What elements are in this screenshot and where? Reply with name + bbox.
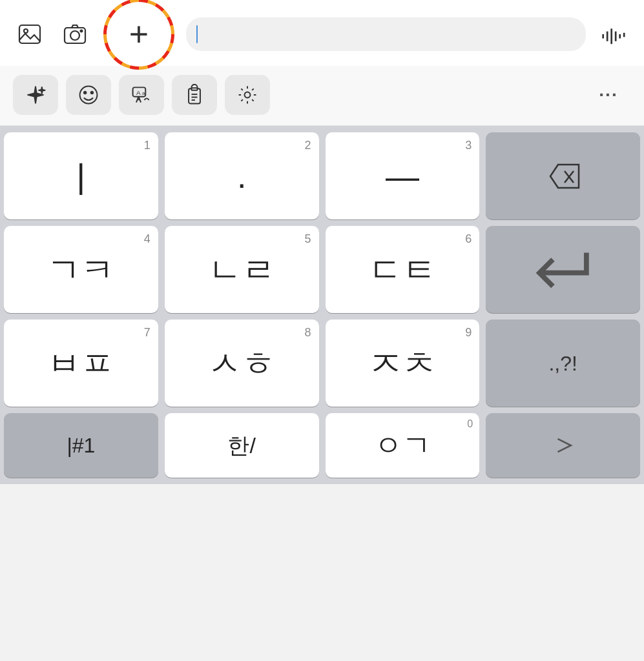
svg-point-15 <box>84 92 87 94</box>
settings-button[interactable] <box>225 75 270 115</box>
key-gieuk-kieuk[interactable]: 4 ㄱㅋ <box>4 226 158 313</box>
sparkle-button[interactable] <box>13 75 58 115</box>
key-punctuation[interactable]: .,?! <box>486 320 640 407</box>
key-return[interactable] <box>486 226 640 313</box>
key-digeut-tieut[interactable]: 6 ㄷㅌ <box>326 226 480 313</box>
key-send[interactable] <box>486 413 640 478</box>
key-symbol[interactable]: |#1 <box>4 413 158 478</box>
keyboard-row-1: 1 | 2 . 3 — <box>4 132 640 219</box>
more-icon: ··· <box>599 85 618 105</box>
translate-button[interactable]: A a <box>119 75 164 115</box>
svg-point-14 <box>80 86 98 104</box>
svg-rect-21 <box>192 88 198 90</box>
key-bieup-pieup[interactable]: 7 ㅂㅍ <box>4 320 158 407</box>
keyboard-row-2: 4 ㄱㅋ 5 ㄴㄹ 6 ㄷㅌ <box>4 226 640 313</box>
svg-rect-0 <box>19 25 40 43</box>
svg-point-16 <box>91 92 94 94</box>
svg-point-25 <box>245 92 251 98</box>
key-delete[interactable] <box>486 132 640 219</box>
voice-button[interactable] <box>597 17 631 51</box>
key-nieun-rieul[interactable]: 5 ㄴㄹ <box>165 226 319 313</box>
add-button[interactable]: + <box>103 0 174 70</box>
more-button[interactable]: ··· <box>586 75 631 115</box>
svg-text:A: A <box>136 89 141 96</box>
gallery-button[interactable] <box>13 17 47 51</box>
svg-point-4 <box>81 30 83 32</box>
key-dash[interactable]: 3 — <box>326 132 480 219</box>
top-toolbar: + <box>0 0 644 66</box>
camera-button[interactable] <box>58 17 92 51</box>
keyboard-row-bottom: |#1 한/ 0 ㅇㄱ <box>4 413 640 478</box>
key-siot-hieut[interactable]: 8 ㅅㅎ <box>165 320 319 407</box>
text-cursor <box>196 25 198 43</box>
key-dot[interactable]: 2 . <box>165 132 319 219</box>
second-toolbar: A a ··· <box>0 66 644 126</box>
plus-icon: + <box>129 17 149 51</box>
key-korean[interactable]: 한/ <box>165 413 319 478</box>
key-ieung-gieuk[interactable]: 0 ㅇㄱ <box>326 413 480 478</box>
keyboard-row-3: 7 ㅂㅍ 8 ㅅㅎ 9 ㅈㅊ .,?! <box>4 320 640 407</box>
clipboard-button[interactable] <box>172 75 217 115</box>
keyboard: 1 | 2 . 3 — 4 ㄱㅋ 5 ㄴㄹ 6 <box>0 126 644 484</box>
key-pipe[interactable]: 1 | <box>4 132 158 219</box>
key-jieut-chieut[interactable]: 9 ㅈㅊ <box>326 320 480 407</box>
svg-point-3 <box>70 31 79 40</box>
text-input[interactable] <box>186 17 586 51</box>
svg-point-1 <box>24 29 28 33</box>
svg-text:a: a <box>142 90 145 96</box>
emoji-toolbar-button[interactable] <box>66 75 111 115</box>
